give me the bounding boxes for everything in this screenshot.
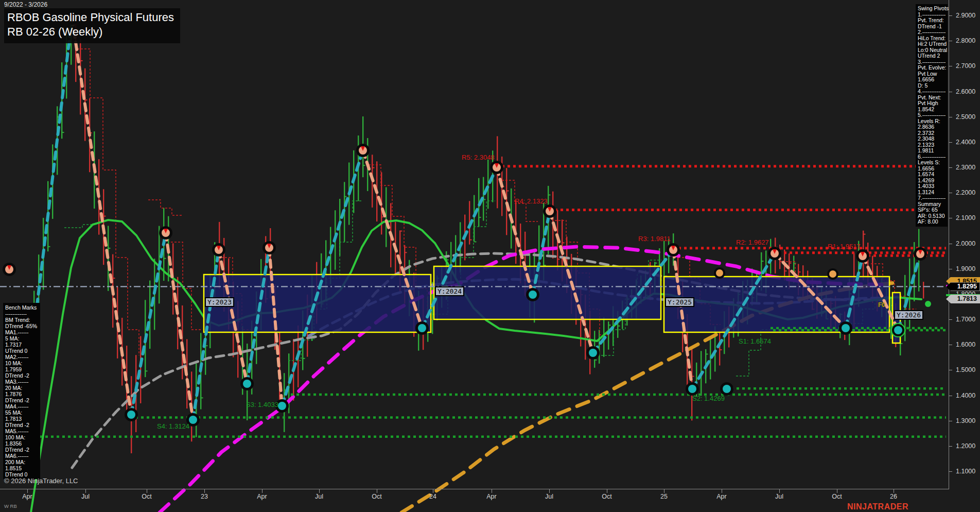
resistance-label-r1: R1: 1.9517 xyxy=(828,243,861,250)
y-axis-label: 1.7000 xyxy=(956,316,975,323)
price-bar xyxy=(923,282,924,298)
bar-close-tick xyxy=(363,165,365,166)
y-axis-tick xyxy=(949,92,952,92)
bar-close-tick xyxy=(799,271,801,272)
support-label-s4: S4: 1.3124 xyxy=(157,422,189,430)
bar-close-tick xyxy=(558,259,560,260)
swing-pivots-panel: Swing Pivots1.-------------Pvt. Trend:DT… xyxy=(916,4,948,227)
panel-line: 1.6574 xyxy=(918,172,946,178)
panel-line: Swing Pivots xyxy=(918,6,946,12)
panel-line: 2.3048 xyxy=(918,136,946,142)
x-axis-label: Oct xyxy=(832,493,842,500)
x-axis-line xyxy=(0,489,949,489)
bar-close-tick xyxy=(479,217,481,218)
pivot-low-fill xyxy=(127,411,135,419)
swing-leg-up xyxy=(131,233,166,415)
year-box-label: Y:2023 xyxy=(205,297,234,307)
x-axis-tick xyxy=(433,489,433,493)
pivot-low-fill xyxy=(894,326,902,334)
y-axis-tick xyxy=(949,345,952,345)
y-axis-tick xyxy=(949,142,952,143)
panel-line: 5 MA: xyxy=(5,335,38,342)
bar-close-tick xyxy=(280,340,282,342)
x-axis-tick xyxy=(837,489,837,493)
bar-close-tick xyxy=(345,196,347,197)
panel-line: DTrend -2 xyxy=(5,397,38,403)
bar-close-tick xyxy=(81,60,83,61)
resistance-label-r4: R4: 2.1323 xyxy=(515,197,548,205)
x-axis-label: Jul xyxy=(775,493,783,500)
swing-leg-down xyxy=(166,233,193,420)
chart-title-line1: RBOB Gasoline Physical Futures xyxy=(7,10,174,25)
panel-line: 5.------------- xyxy=(918,112,946,118)
price-chart[interactable] xyxy=(0,0,980,512)
panel-line: MA6.------ xyxy=(5,453,38,459)
bar-close-tick xyxy=(85,99,87,100)
panel-line: UTrend 2 xyxy=(918,53,946,59)
bar-close-tick xyxy=(475,241,477,242)
panel-line: 200 MA: xyxy=(5,459,38,465)
year-box-label: Y:2025 xyxy=(665,297,694,307)
panel-line: 1.7317 xyxy=(5,342,38,348)
benchmarks-panel: Bench Marks------------BM Trend:DTrend -… xyxy=(3,303,40,479)
x-axis-tick xyxy=(492,489,492,493)
y-axis-label: 2.0000 xyxy=(956,240,975,247)
bar-close-tick xyxy=(470,240,472,241)
panel-line: 55 MA: xyxy=(5,409,38,416)
price-bar xyxy=(719,331,720,366)
bar-close-tick xyxy=(48,246,50,247)
price-bar xyxy=(386,187,387,247)
x-axis-label: 24 xyxy=(429,493,436,500)
bar-close-tick xyxy=(692,376,694,377)
y-axis-label: 1.2000 xyxy=(956,442,975,450)
y-axis-label: 2.3000 xyxy=(956,164,975,171)
panel-line: Levels S: xyxy=(918,160,946,166)
x-axis-label: Oct xyxy=(372,493,381,500)
y-axis-tick xyxy=(949,471,952,472)
panel-line: MA5.------ xyxy=(5,428,38,434)
y-axis-label: 2.9000 xyxy=(956,12,975,19)
trail-stop-green xyxy=(64,225,92,228)
bar-close-tick xyxy=(544,265,546,266)
panel-line: DTrend -2 xyxy=(5,372,38,379)
date-range: 9/2022 - 3/2026 xyxy=(4,1,47,8)
bar-close-tick xyxy=(373,167,375,168)
bar-close-tick xyxy=(104,216,106,217)
chart-title: RBOB Gasoline Physical Futures RB 02-26 … xyxy=(4,8,180,43)
price-tag-17813: 1.7813 xyxy=(946,295,980,303)
y-axis-label: 2.6000 xyxy=(956,88,975,95)
x-axis-label: Oct xyxy=(602,493,611,500)
trail-stop-red xyxy=(171,242,201,330)
trail-stop-green xyxy=(736,330,772,376)
panel-line: 1.7959 xyxy=(5,366,38,372)
support-label-s1: S1: 1.6574 xyxy=(739,337,771,345)
bar-close-tick xyxy=(405,252,407,253)
pivot-low-fill xyxy=(278,402,286,410)
panel-line: DTrend -65% xyxy=(5,323,38,329)
support-label-s2: S2: 1.4269 xyxy=(692,395,725,402)
panel-line: Pvt High xyxy=(918,100,946,107)
y-axis-tick xyxy=(949,396,952,396)
y-axis-line xyxy=(949,0,949,489)
year-box-label: Y:2024 xyxy=(435,286,464,296)
x-axis-tick xyxy=(377,489,377,493)
x-axis-tick xyxy=(664,489,664,493)
y-axis-tick xyxy=(949,446,952,447)
price-bar xyxy=(608,321,609,350)
bar-close-tick xyxy=(109,248,111,249)
pivot-low-fill xyxy=(842,324,850,332)
y-axis-label: 1.1000 xyxy=(956,468,975,475)
panel-line: ------------ xyxy=(5,311,38,317)
pivot-mid-fill xyxy=(716,269,723,277)
y-axis-label: 1.9000 xyxy=(956,265,975,272)
support-label-s3: S3: 1.4033 xyxy=(246,401,278,408)
price-bar xyxy=(140,336,141,403)
x-axis-tick xyxy=(262,489,262,493)
x-axis-label: Apr xyxy=(716,493,726,500)
f0-marker-label: F0 xyxy=(878,301,885,309)
pivot-low-fill xyxy=(418,324,426,332)
last-bar-dot xyxy=(925,301,931,307)
panel-line: 1.7813 xyxy=(5,416,38,422)
x-axis-tick xyxy=(779,489,780,493)
x-axis-tick xyxy=(549,489,550,493)
